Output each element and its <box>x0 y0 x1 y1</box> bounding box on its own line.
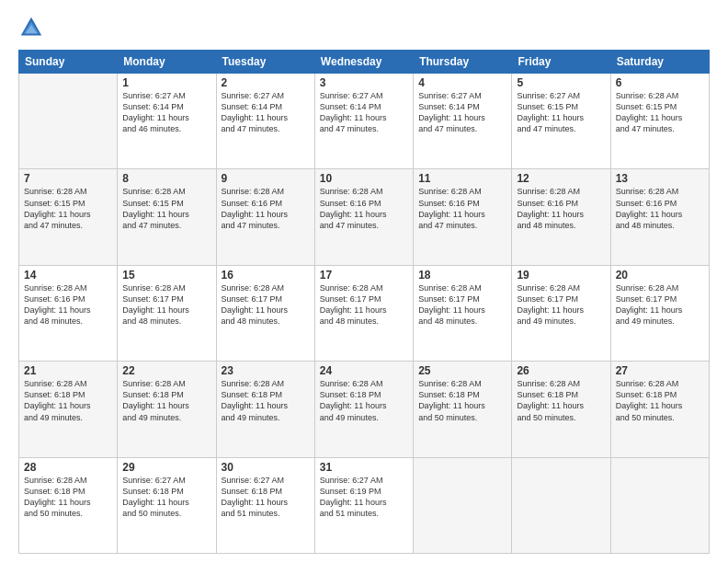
day-info: Sunrise: 6:28 AM Sunset: 6:15 PM Dayligh… <box>122 186 210 231</box>
calendar-cell: 15Sunrise: 6:28 AM Sunset: 6:17 PM Dayli… <box>118 265 216 361</box>
day-number: 9 <box>222 172 310 185</box>
day-number: 12 <box>517 172 605 185</box>
week-row-4: 21Sunrise: 6:28 AM Sunset: 6:18 PM Dayli… <box>19 362 710 457</box>
calendar-cell: 23Sunrise: 6:28 AM Sunset: 6:18 PM Dayli… <box>216 362 314 457</box>
day-number: 7 <box>24 172 112 185</box>
weekday-wednesday: Wednesday <box>314 51 413 74</box>
day-number: 2 <box>222 76 310 89</box>
day-number: 23 <box>222 364 310 377</box>
day-info: Sunrise: 6:28 AM Sunset: 6:16 PM Dayligh… <box>616 186 704 231</box>
day-number: 25 <box>418 364 506 377</box>
day-number: 29 <box>122 461 210 474</box>
calendar-cell: 3Sunrise: 6:27 AM Sunset: 6:14 PM Daylig… <box>314 74 413 169</box>
day-number: 10 <box>320 172 408 185</box>
day-info: Sunrise: 6:28 AM Sunset: 6:16 PM Dayligh… <box>517 186 605 231</box>
calendar-cell: 8Sunrise: 6:28 AM Sunset: 6:15 PM Daylig… <box>118 169 216 265</box>
calendar-cell: 10Sunrise: 6:28 AM Sunset: 6:16 PM Dayli… <box>314 169 413 265</box>
calendar-cell: 30Sunrise: 6:27 AM Sunset: 6:18 PM Dayli… <box>216 457 314 553</box>
day-number: 5 <box>517 76 605 89</box>
day-info: Sunrise: 6:27 AM Sunset: 6:14 PM Dayligh… <box>418 90 506 135</box>
calendar-cell: 29Sunrise: 6:27 AM Sunset: 6:18 PM Dayli… <box>118 457 216 553</box>
day-number: 28 <box>24 461 112 474</box>
calendar-cell <box>610 457 709 553</box>
day-number: 15 <box>122 269 210 282</box>
calendar-cell: 25Sunrise: 6:28 AM Sunset: 6:18 PM Dayli… <box>414 362 512 457</box>
day-info: Sunrise: 6:28 AM Sunset: 6:18 PM Dayligh… <box>222 378 310 423</box>
day-number: 11 <box>418 172 506 185</box>
calendar-cell: 22Sunrise: 6:28 AM Sunset: 6:18 PM Dayli… <box>118 362 216 457</box>
day-info: Sunrise: 6:28 AM Sunset: 6:18 PM Dayligh… <box>24 378 112 423</box>
header <box>18 15 710 40</box>
calendar-cell: 12Sunrise: 6:28 AM Sunset: 6:16 PM Dayli… <box>512 169 610 265</box>
day-number: 26 <box>517 364 605 377</box>
weekday-sunday: Sunday <box>19 51 118 74</box>
day-number: 22 <box>122 364 210 377</box>
day-number: 14 <box>24 269 112 282</box>
day-number: 1 <box>122 76 210 89</box>
calendar-cell: 31Sunrise: 6:27 AM Sunset: 6:19 PM Dayli… <box>314 457 413 553</box>
day-number: 4 <box>418 76 506 89</box>
calendar-cell: 9Sunrise: 6:28 AM Sunset: 6:16 PM Daylig… <box>216 169 314 265</box>
day-number: 31 <box>320 461 408 474</box>
logo <box>18 15 48 40</box>
calendar-cell <box>414 457 512 553</box>
day-info: Sunrise: 6:28 AM Sunset: 6:18 PM Dayligh… <box>517 378 605 423</box>
calendar-cell <box>19 74 118 169</box>
day-number: 17 <box>320 269 408 282</box>
calendar-cell: 2Sunrise: 6:27 AM Sunset: 6:14 PM Daylig… <box>216 74 314 169</box>
week-row-1: 1Sunrise: 6:27 AM Sunset: 6:14 PM Daylig… <box>19 74 710 169</box>
day-number: 13 <box>616 172 704 185</box>
day-info: Sunrise: 6:27 AM Sunset: 6:18 PM Dayligh… <box>222 475 310 520</box>
day-info: Sunrise: 6:28 AM Sunset: 6:16 PM Dayligh… <box>320 186 408 231</box>
calendar-cell: 13Sunrise: 6:28 AM Sunset: 6:16 PM Dayli… <box>610 169 709 265</box>
day-info: Sunrise: 6:27 AM Sunset: 6:14 PM Dayligh… <box>222 90 310 135</box>
page: SundayMondayTuesdayWednesdayThursdayFrid… <box>0 0 728 563</box>
calendar-cell: 17Sunrise: 6:28 AM Sunset: 6:17 PM Dayli… <box>314 265 413 361</box>
calendar-cell: 27Sunrise: 6:28 AM Sunset: 6:18 PM Dayli… <box>610 362 709 457</box>
weekday-thursday: Thursday <box>414 51 512 74</box>
logo-icon <box>18 15 44 40</box>
day-info: Sunrise: 6:28 AM Sunset: 6:18 PM Dayligh… <box>418 378 506 423</box>
calendar: SundayMondayTuesdayWednesdayThursdayFrid… <box>18 50 710 554</box>
day-info: Sunrise: 6:28 AM Sunset: 6:16 PM Dayligh… <box>222 186 310 231</box>
day-info: Sunrise: 6:28 AM Sunset: 6:17 PM Dayligh… <box>517 282 605 327</box>
calendar-cell: 16Sunrise: 6:28 AM Sunset: 6:17 PM Dayli… <box>216 265 314 361</box>
calendar-cell <box>512 457 610 553</box>
day-info: Sunrise: 6:28 AM Sunset: 6:15 PM Dayligh… <box>616 90 704 135</box>
week-row-5: 28Sunrise: 6:28 AM Sunset: 6:18 PM Dayli… <box>19 457 710 553</box>
day-number: 21 <box>24 364 112 377</box>
day-number: 24 <box>320 364 408 377</box>
day-number: 19 <box>517 269 605 282</box>
day-number: 8 <box>122 172 210 185</box>
calendar-cell: 11Sunrise: 6:28 AM Sunset: 6:16 PM Dayli… <box>414 169 512 265</box>
day-number: 3 <box>320 76 408 89</box>
calendar-cell: 19Sunrise: 6:28 AM Sunset: 6:17 PM Dayli… <box>512 265 610 361</box>
day-number: 16 <box>222 269 310 282</box>
day-info: Sunrise: 6:28 AM Sunset: 6:17 PM Dayligh… <box>616 282 704 327</box>
week-row-3: 14Sunrise: 6:28 AM Sunset: 6:16 PM Dayli… <box>19 265 710 361</box>
calendar-cell: 18Sunrise: 6:28 AM Sunset: 6:17 PM Dayli… <box>414 265 512 361</box>
calendar-cell: 7Sunrise: 6:28 AM Sunset: 6:15 PM Daylig… <box>19 169 118 265</box>
calendar-cell: 28Sunrise: 6:28 AM Sunset: 6:18 PM Dayli… <box>19 457 118 553</box>
calendar-cell: 21Sunrise: 6:28 AM Sunset: 6:18 PM Dayli… <box>19 362 118 457</box>
day-number: 6 <box>616 76 704 89</box>
day-info: Sunrise: 6:27 AM Sunset: 6:14 PM Dayligh… <box>320 90 408 135</box>
day-info: Sunrise: 6:28 AM Sunset: 6:18 PM Dayligh… <box>122 378 210 423</box>
day-info: Sunrise: 6:27 AM Sunset: 6:15 PM Dayligh… <box>517 90 605 135</box>
day-info: Sunrise: 6:28 AM Sunset: 6:17 PM Dayligh… <box>222 282 310 327</box>
calendar-cell: 4Sunrise: 6:27 AM Sunset: 6:14 PM Daylig… <box>414 74 512 169</box>
day-info: Sunrise: 6:28 AM Sunset: 6:17 PM Dayligh… <box>418 282 506 327</box>
calendar-cell: 14Sunrise: 6:28 AM Sunset: 6:16 PM Dayli… <box>19 265 118 361</box>
calendar-cell: 20Sunrise: 6:28 AM Sunset: 6:17 PM Dayli… <box>610 265 709 361</box>
week-row-2: 7Sunrise: 6:28 AM Sunset: 6:15 PM Daylig… <box>19 169 710 265</box>
calendar-cell: 24Sunrise: 6:28 AM Sunset: 6:18 PM Dayli… <box>314 362 413 457</box>
calendar-cell: 6Sunrise: 6:28 AM Sunset: 6:15 PM Daylig… <box>610 74 709 169</box>
day-info: Sunrise: 6:28 AM Sunset: 6:18 PM Dayligh… <box>616 378 704 423</box>
weekday-friday: Friday <box>512 51 610 74</box>
day-info: Sunrise: 6:27 AM Sunset: 6:18 PM Dayligh… <box>122 475 210 520</box>
day-info: Sunrise: 6:27 AM Sunset: 6:14 PM Dayligh… <box>122 90 210 135</box>
weekday-monday: Monday <box>118 51 216 74</box>
day-number: 30 <box>222 461 310 474</box>
weekday-saturday: Saturday <box>610 51 709 74</box>
day-info: Sunrise: 6:28 AM Sunset: 6:17 PM Dayligh… <box>122 282 210 327</box>
